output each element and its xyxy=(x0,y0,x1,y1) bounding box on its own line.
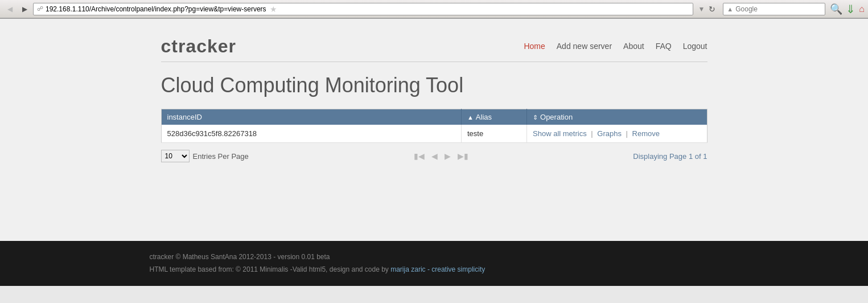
prev-page-btn[interactable]: ◀ xyxy=(429,150,440,162)
total-pages: 1 xyxy=(703,152,707,161)
pagination-bar: 10 25 50 Entries Per Page ▮◀ ◀ ▶ ▶▮ Disp… xyxy=(161,150,707,162)
servers-table: instanceID ▲Alias ⇕Operation 528d36c931c… xyxy=(161,109,707,143)
search-input[interactable] xyxy=(735,5,821,13)
address-bar[interactable]: ☍ 192.168.1.110/Archive/controlpanel/ind… xyxy=(33,3,693,15)
main-content: Cloud Computing Monitoring Tool instance… xyxy=(150,62,719,174)
sep2: | xyxy=(626,129,628,138)
first-page-btn[interactable]: ▮◀ xyxy=(412,150,427,162)
cell-operations: Show all metrics | Graphs | Remove xyxy=(527,125,707,143)
footer-link[interactable]: marija zaric - creative simplicity xyxy=(390,265,485,273)
table-header-row: instanceID ▲Alias ⇕Operation xyxy=(161,109,707,125)
entries-per-page-select[interactable]: 10 25 50 xyxy=(161,150,190,162)
next-page-btn[interactable]: ▶ xyxy=(442,150,453,162)
page-wrapper: ctracker Home Add new server About FAQ L… xyxy=(0,19,868,241)
cell-alias: teste xyxy=(461,125,526,143)
operation-sort-arrow: ⇕ xyxy=(533,114,538,121)
page-title: Cloud Computing Monitoring Tool xyxy=(161,73,707,97)
page-nav: ▮◀ ◀ ▶ ▶▮ xyxy=(412,150,471,162)
home-icon[interactable]: ⌂ xyxy=(859,4,865,14)
refresh-area: ▼ ↻ xyxy=(698,3,718,15)
cell-instance-id: 528d36c931c5f8.82267318 xyxy=(161,125,461,143)
table-body: 528d36c931c5f8.82267318 teste Show all m… xyxy=(161,125,707,143)
operation-links: Show all metrics | Graphs | Remove xyxy=(533,129,660,138)
browser-chrome: ◀ ▶ ☍ 192.168.1.110/Archive/controlpanel… xyxy=(0,0,868,19)
browser-toolbar: ◀ ▶ ☍ 192.168.1.110/Archive/controlpanel… xyxy=(0,0,868,18)
col-operation[interactable]: ⇕Operation xyxy=(527,109,707,125)
graphs-link[interactable]: Graphs xyxy=(597,129,622,138)
address-url: 192.168.1.110/Archive/controlpanel/index… xyxy=(46,5,266,13)
col-instance-id: instanceID xyxy=(161,109,461,125)
site-footer: ctracker © Matheus SantAna 2012-2013 - v… xyxy=(0,241,868,286)
nav-home[interactable]: Home xyxy=(524,42,545,51)
nav-logout[interactable]: Logout xyxy=(683,42,707,51)
forward-button[interactable]: ▶ xyxy=(18,3,31,15)
nav-faq[interactable]: FAQ xyxy=(656,42,672,51)
footer-line1: ctracker © Matheus SantAna 2012-2013 - v… xyxy=(150,251,719,264)
table-row: 528d36c931c5f8.82267318 teste Show all m… xyxy=(161,125,707,143)
refresh-button[interactable]: ↻ xyxy=(706,3,718,15)
toolbar-icons: 🔍 ⇓ ⌂ xyxy=(830,2,865,16)
footer-inner: ctracker © Matheus SantAna 2012-2013 - v… xyxy=(150,251,719,276)
nav-about[interactable]: About xyxy=(623,42,644,51)
arrow-down-icon: ▼ xyxy=(698,5,705,13)
nav-add-server[interactable]: Add new server xyxy=(557,42,612,51)
back-button[interactable]: ◀ xyxy=(3,3,16,15)
page-info: Displaying Page 1 of 1 xyxy=(633,152,707,161)
last-page-btn[interactable]: ▶▮ xyxy=(455,150,471,162)
search-provider-icon: ▲ xyxy=(727,6,733,13)
page-icon: ☍ xyxy=(37,5,43,13)
table-header: instanceID ▲Alias ⇕Operation xyxy=(161,109,707,125)
site-logo: ctracker xyxy=(161,36,237,57)
download-arrow-icon[interactable]: ⇓ xyxy=(846,2,855,16)
entries-label: Entries Per Page xyxy=(193,152,249,161)
alias-sort-arrow: ▲ xyxy=(467,114,474,121)
show-all-metrics-link[interactable]: Show all metrics xyxy=(533,129,587,138)
footer-line2: HTML template based from: © 2011 Minimal… xyxy=(150,264,719,276)
bookmark-star-icon[interactable]: ★ xyxy=(270,5,277,14)
site-header: ctracker Home Add new server About FAQ L… xyxy=(150,19,719,62)
header-inner: ctracker Home Add new server About FAQ L… xyxy=(150,30,719,57)
entries-select: 10 25 50 Entries Per Page xyxy=(161,150,249,162)
col-alias[interactable]: ▲Alias xyxy=(461,109,526,125)
remove-link[interactable]: Remove xyxy=(632,129,660,138)
nav-menu: Home Add new server About FAQ Logout xyxy=(524,36,707,51)
search-bar[interactable]: ▲ xyxy=(723,3,825,15)
sep1: | xyxy=(591,129,593,138)
search-magnify-icon[interactable]: 🔍 xyxy=(830,3,842,15)
